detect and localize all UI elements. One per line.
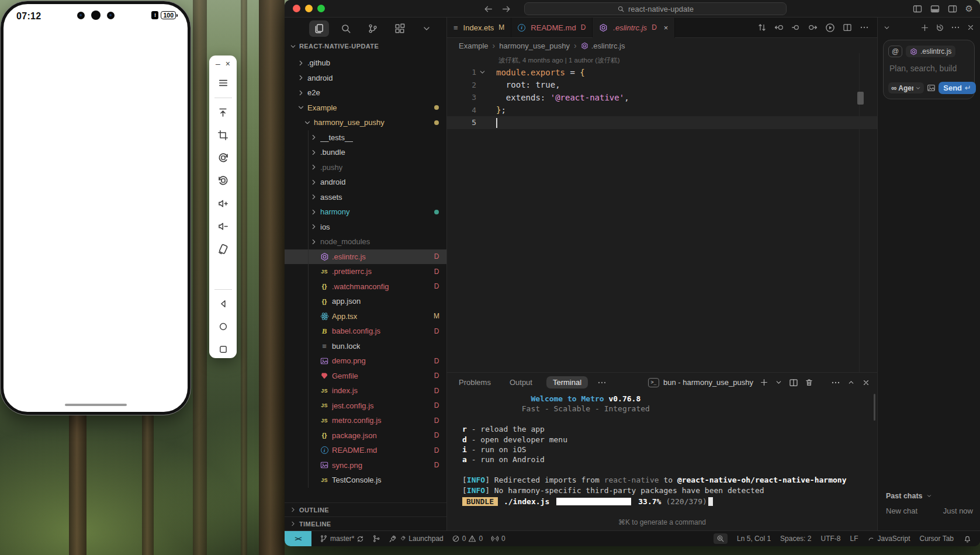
folder-item-ios[interactable]: ios [285,220,446,235]
kill-terminal-icon[interactable] [805,378,813,387]
code-line-4[interactable]: 4}; [447,104,877,117]
nav-home-button[interactable] [214,318,232,335]
file-item-Gemfile[interactable]: GemfileD [285,369,446,384]
tab-terminal[interactable]: Terminal [546,376,588,388]
folder-item-e2e[interactable]: e2e [285,85,446,100]
breadcrumb-item-.eslintrc.js[interactable]: .eslintrc.js [581,41,625,50]
folder-item-android[interactable]: android [285,175,446,190]
panel-more-icon[interactable] [831,378,840,387]
nav-back-button[interactable] [214,295,232,313]
rotate-cw-button[interactable] [214,172,232,189]
code-editor[interactable]: 波仔糕, 4 months ago | 1 author (波仔糕) 1modu… [447,53,877,372]
folder-item-harmony_use_pushy[interactable]: harmony_use_pushy [285,115,446,130]
file-item-.watchmanconfig[interactable]: {}.watchmanconfigD [285,279,446,294]
file-item-App.tsx[interactable]: App.tsxM [285,309,446,324]
maximize-window-button[interactable] [317,5,325,12]
toggle-panel-icon[interactable] [930,4,940,13]
volume-up-button[interactable] [214,195,232,212]
problems-status[interactable]: 0 0 [452,535,483,543]
notifications-status[interactable] [963,535,972,543]
chat-input-card[interactable]: @ .eslintrc.js Plan, search, build ∞ Age… [883,40,975,99]
minimize-window-button[interactable] [305,5,313,12]
close-panel-icon[interactable] [862,379,870,387]
send-button[interactable]: Send↵ [939,82,976,94]
file-item-demo.png[interactable]: demo.pngD [285,353,446,369]
file-item-TestConsole.js[interactable]: JSTestConsole.js [285,473,446,488]
rotate-ccw-button[interactable] [214,149,232,166]
navigate-forward-icon[interactable] [808,23,818,32]
file-item-metro.config.js[interactable]: JSmetro.config.jsD [285,413,446,428]
activity-source-control-button[interactable] [363,20,383,37]
new-chat-icon[interactable] [920,23,929,32]
compare-changes-icon[interactable] [757,23,767,32]
android-emulator-screen[interactable]: 07:12 ! 100 [1,1,191,415]
activity-search-button[interactable] [336,20,356,37]
folder-item-.github[interactable]: .github [285,56,446,71]
code-line-1[interactable]: 1module.exports = { [447,66,877,79]
terminal-output[interactable]: Welcome to Metro v0.76.8 Fast - Scalable… [447,392,877,495]
close-tab-icon[interactable]: × [664,23,669,32]
close-window-button[interactable] [293,5,300,12]
tab-output[interactable]: Output [505,376,537,388]
chat-more-icon[interactable] [951,23,960,32]
folder-item-.pushy[interactable]: .pushy [285,160,446,175]
panel-tabs-more-icon[interactable] [597,378,607,387]
file-item-README.md[interactable]: iREADME.mdD [285,443,446,458]
code-line-5[interactable]: 5 [447,116,877,129]
file-item-index.js[interactable]: JSindex.jsD [285,383,446,398]
file-item-app.json[interactable]: {}app.json [285,294,446,309]
remote-indicator[interactable]: >< [285,531,311,546]
folder-item-.bundle[interactable]: .bundle [285,145,446,160]
minimize-icon[interactable]: – [216,59,220,68]
editor-tab-README.md[interactable]: iREADME.mdD [511,18,593,37]
cursor-tab-status[interactable]: Cursor Tab [920,535,954,543]
agent-mode-selector[interactable]: ∞ Agent [888,82,924,93]
chat-input-placeholder[interactable]: Plan, search, build [889,64,968,73]
nav-recents-button[interactable] [214,341,232,358]
ports-status[interactable]: 0 [491,535,505,543]
cursor-position-status[interactable]: Ln 5, Col 1 [737,535,771,543]
settings-gear-icon[interactable]: ⚙ [965,4,973,14]
code-line-2[interactable]: 2 root: true, [447,79,877,92]
tab-problems[interactable]: Problems [454,376,496,388]
close-icon[interactable]: × [226,59,230,68]
add-context-button[interactable]: @ [888,46,902,57]
file-item-bun.lock[interactable]: ≡bun.lock [285,339,446,354]
file-item-package.json[interactable]: {}package.jsonD [285,428,446,443]
menu-button[interactable] [214,74,232,92]
launchpad-status[interactable]: Launchpad [389,535,443,543]
navigate-forward-icon[interactable] [501,4,511,14]
code-line-3[interactable]: 3 extends: '@react-native', [447,91,877,104]
run-icon[interactable] [825,23,835,33]
command-center-search[interactable]: react-native-update [524,2,787,15]
activity-files-button[interactable] [309,20,329,37]
close-chat-icon[interactable] [967,23,975,32]
terminal-dropdown-icon[interactable] [775,379,782,386]
terminal-scrollbar[interactable] [874,394,875,421]
folder-item-Example[interactable]: Example [285,100,446,116]
eol-status[interactable]: LF [850,535,858,543]
toggle-sidebar-icon[interactable] [913,4,922,13]
navigate-back-icon[interactable] [483,4,493,14]
zoom-status[interactable] [714,533,728,544]
chat-history-icon[interactable] [936,23,944,32]
folder-item-node_modules[interactable]: node_modules [285,234,446,249]
attach-image-icon[interactable] [927,84,936,92]
scrollbar-thumb[interactable] [857,92,864,105]
language-status[interactable]: JavaScript [867,535,910,543]
workspace-header[interactable]: REACT-NATIVE-UPDATE [285,40,446,53]
activity-chevron-down-button[interactable] [417,20,437,37]
folder-item-__tests__[interactable]: __tests__ [285,130,446,145]
indentation-status[interactable]: Spaces: 2 [780,535,811,543]
file-item-sync.png[interactable]: sync.pngD [285,458,446,473]
file-item-.prettierrc.js[interactable]: JS.prettierrc.jsD [285,264,446,279]
folder-item-assets[interactable]: assets [285,190,446,205]
editor-tab-Index.ets[interactable]: ≡Index.etsM [447,18,511,37]
activity-extensions-button[interactable] [390,20,410,37]
more-icon[interactable] [860,23,869,32]
breadcrumb-item-Example[interactable]: Example [459,41,489,50]
outline-section[interactable]: OUTLINE [285,502,446,516]
editor-tab-.eslintrc.js[interactable]: .eslintrc.jsD× [593,18,675,38]
past-chat-item[interactable]: New chat Just now [886,507,973,515]
terminal-session-chip[interactable]: >_ bun - harmony_use_pushy [648,378,753,387]
